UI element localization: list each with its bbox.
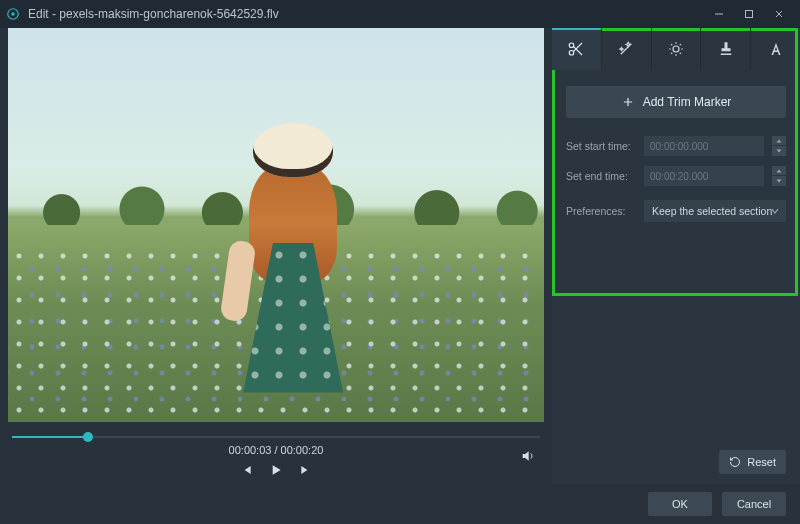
video-preview[interactable] <box>8 28 544 422</box>
tab-text[interactable] <box>751 28 800 70</box>
window-title: Edit - pexels-maksim-goncharenok-5642529… <box>28 7 704 21</box>
end-time-spinner[interactable] <box>772 166 786 186</box>
playhead[interactable] <box>83 432 93 442</box>
maximize-button[interactable] <box>734 0 764 28</box>
tab-cut[interactable] <box>552 28 602 70</box>
spinner-down-icon[interactable] <box>772 146 786 156</box>
ok-button[interactable]: OK <box>648 492 712 516</box>
next-frame-button[interactable] <box>298 462 314 478</box>
preferences-value: Keep the selected section <box>652 205 772 217</box>
edit-tabs <box>552 28 800 70</box>
refresh-icon <box>729 456 741 468</box>
close-button[interactable] <box>764 0 794 28</box>
start-time-label: Set start time: <box>566 140 636 152</box>
end-time-input[interactable]: 00:00:20.000 <box>644 166 764 186</box>
play-button[interactable] <box>268 462 284 478</box>
tab-effects[interactable] <box>602 28 652 70</box>
time-display: 00:00:03 / 00:00:20 <box>229 444 324 456</box>
svg-point-5 <box>673 46 679 52</box>
end-time-label: Set end time: <box>566 170 636 182</box>
end-time-value: 00:00:20.000 <box>650 171 708 182</box>
plus-icon <box>621 95 635 109</box>
preferences-label: Preferences: <box>566 205 636 217</box>
volume-button[interactable] <box>520 448 536 464</box>
minimize-button[interactable] <box>704 0 734 28</box>
stamp-icon <box>717 40 735 58</box>
app-icon <box>6 7 20 21</box>
svg-point-1 <box>11 12 15 16</box>
text-icon <box>767 40 785 58</box>
scissors-icon <box>567 40 585 58</box>
spinner-up-icon[interactable] <box>772 166 786 176</box>
player-controls: 00:00:03 / 00:00:20 <box>8 446 544 480</box>
reset-button[interactable]: Reset <box>719 450 786 474</box>
start-time-spinner[interactable] <box>772 136 786 156</box>
brightness-icon <box>667 40 685 58</box>
tab-watermark[interactable] <box>701 28 751 70</box>
cancel-button[interactable]: Cancel <box>722 492 786 516</box>
left-pane: 00:00:03 / 00:00:20 <box>0 28 552 484</box>
add-trim-marker-label: Add Trim Marker <box>643 95 732 109</box>
tab-brightness[interactable] <box>652 28 702 70</box>
start-time-input[interactable]: 00:00:00.000 <box>644 136 764 156</box>
right-pane: Add Trim Marker Set start time: 00:00:00… <box>552 28 800 484</box>
spinner-up-icon[interactable] <box>772 136 786 146</box>
add-trim-marker-button[interactable]: Add Trim Marker <box>566 86 786 118</box>
spinner-down-icon[interactable] <box>772 176 786 186</box>
reset-label: Reset <box>747 456 776 468</box>
svg-rect-2 <box>746 11 753 18</box>
trim-panel: Add Trim Marker Set start time: 00:00:00… <box>552 70 800 248</box>
chevron-down-icon <box>770 206 780 216</box>
titlebar: Edit - pexels-maksim-goncharenok-5642529… <box>0 0 800 28</box>
preferences-dropdown[interactable]: Keep the selected section <box>644 200 786 222</box>
wand-icon <box>617 40 635 58</box>
footer: OK Cancel <box>0 484 800 524</box>
prev-frame-button[interactable] <box>238 462 254 478</box>
start-time-value: 00:00:00.000 <box>650 141 708 152</box>
